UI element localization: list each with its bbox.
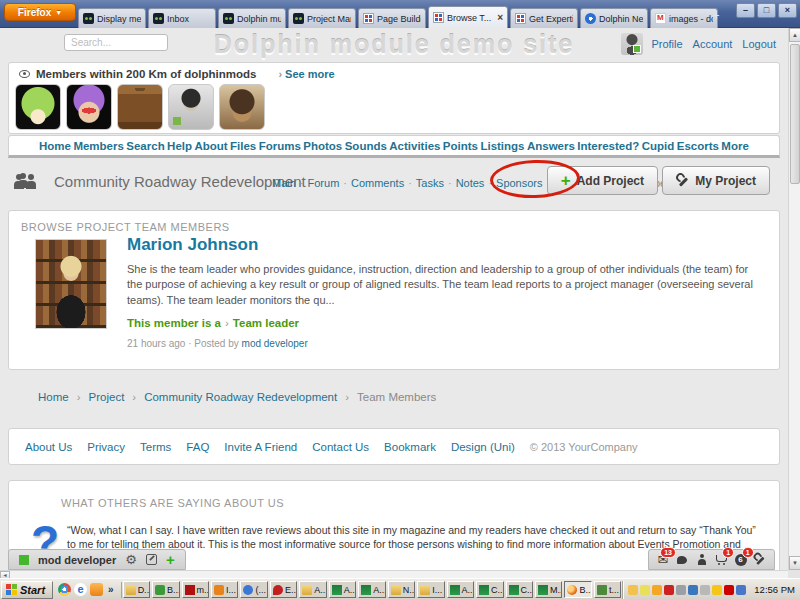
nav-link[interactable]: Home — [39, 140, 71, 152]
taskbar-window-button[interactable]: A... — [447, 581, 474, 598]
project-subnav-item[interactable]: · Notes — [444, 177, 484, 189]
start-button[interactable]: Start — [1, 581, 53, 599]
scroll-up-arrow[interactable]: ▲ — [789, 28, 800, 42]
tray-icon[interactable] — [640, 585, 650, 595]
role-link[interactable]: Team leader — [233, 317, 299, 329]
wrench-icon[interactable] — [753, 553, 767, 567]
new-tab-button[interactable]: + — [708, 8, 724, 24]
taskbar-window-button[interactable]: m... — [182, 581, 209, 598]
taskbar-window-button[interactable]: I... — [211, 581, 238, 598]
tray-icon[interactable] — [700, 585, 710, 595]
mail-icon[interactable]: ✉ 13 — [656, 553, 670, 567]
person-icon[interactable] — [695, 553, 709, 567]
project-subnav-item[interactable]: Main — [264, 177, 296, 189]
taskbar-window-button[interactable]: I... — [417, 581, 444, 598]
member-avatar[interactable] — [66, 84, 112, 130]
breadcrumb-item[interactable]: Home — [22, 391, 69, 403]
app-icon[interactable] — [90, 583, 103, 596]
nav-link[interactable]: More — [721, 140, 748, 152]
nav-link[interactable]: Listings — [480, 140, 524, 152]
tray-icon[interactable] — [712, 585, 722, 595]
see-more-link[interactable]: ›See more — [278, 68, 334, 80]
tray-icon[interactable] — [652, 585, 662, 595]
nav-link[interactable]: Sounds — [345, 140, 387, 152]
nav-link[interactable]: Photos — [303, 140, 342, 152]
nav-link[interactable]: Interested? — [577, 140, 639, 152]
breadcrumb-item[interactable]: › Team Members — [337, 391, 436, 403]
edit-icon[interactable] — [146, 554, 157, 565]
footer-link[interactable]: Bookmark — [384, 441, 436, 453]
browser-tab[interactable]: Display mem... — [78, 8, 146, 28]
footer-link[interactable]: Invite A Friend — [224, 441, 297, 453]
nav-link[interactable]: Forums — [259, 140, 301, 152]
browser-tab[interactable]: Inbox — [148, 8, 216, 28]
account-link[interactable]: Logout — [742, 38, 776, 50]
restore-button[interactable]: □ — [757, 3, 776, 18]
toolbar-username[interactable]: mod developer — [38, 554, 116, 566]
quick-launch-overflow[interactable]: » — [106, 584, 116, 595]
vertical-scrollbar[interactable]: ▲ ▼ — [788, 28, 800, 570]
nav-link[interactable]: Cupid — [642, 140, 675, 152]
tab-close-icon[interactable]: × — [497, 13, 503, 23]
footer-link[interactable]: Privacy — [87, 441, 125, 453]
nav-link[interactable]: Points — [443, 140, 478, 152]
my-project-button[interactable]: My Project — [662, 166, 770, 195]
taskbar-window-button[interactable]: N... — [388, 581, 415, 598]
browser-tab-strip[interactable]: Display mem... Inbox Dolphin must ... Pr… — [78, 6, 720, 28]
browser-tab[interactable]: Dolphin News... — [580, 8, 648, 28]
nav-link[interactable]: About — [194, 140, 227, 152]
close-button[interactable]: × — [778, 3, 797, 18]
user-avatar[interactable] — [621, 33, 643, 55]
tray-icon[interactable] — [628, 585, 638, 595]
nav-link[interactable]: Help — [167, 140, 192, 152]
breadcrumb-item[interactable]: › Project — [69, 391, 125, 403]
internet-explorer-icon[interactable]: e — [74, 583, 87, 596]
nav-link[interactable]: Search — [126, 140, 164, 152]
taskbar-window-button[interactable]: B... — [152, 581, 179, 598]
nav-link[interactable]: Answers — [527, 140, 575, 152]
vertical-scroll-thumb[interactable] — [790, 44, 800, 184]
taskbar-window-button[interactable]: A... — [358, 581, 385, 598]
tray-icon[interactable] — [724, 585, 734, 595]
footer-link[interactable]: Contact Us — [312, 441, 369, 453]
project-subnav-item[interactable]: · Tasks — [404, 177, 444, 189]
plus-icon[interactable]: + — [166, 552, 175, 567]
horizontal-scrollbar[interactable]: ◄ — [0, 570, 788, 578]
cart-icon[interactable]: 1 — [714, 553, 728, 567]
posted-by-link[interactable]: mod developer — [242, 338, 308, 349]
breadcrumb-item[interactable]: › Community Roadway Redevelopment — [124, 391, 337, 403]
nav-link[interactable]: Files — [230, 140, 256, 152]
member-avatar[interactable] — [117, 84, 163, 130]
nav-link[interactable]: Escorts — [677, 140, 719, 152]
project-subnav-item[interactable]: · Forum — [296, 177, 339, 189]
chrome-icon[interactable] — [58, 583, 71, 596]
taskbar-window-button[interactable]: M... — [535, 581, 562, 598]
nav-link[interactable]: Members — [73, 140, 124, 152]
member-name-link[interactable]: Marion Johnson — [127, 235, 763, 255]
account-link[interactable]: Profile — [651, 38, 682, 50]
footer-link[interactable]: FAQ — [186, 441, 209, 453]
member-avatar[interactable] — [15, 84, 61, 130]
footer-link[interactable]: Terms — [140, 441, 171, 453]
project-subnav-item[interactable]: · Comments — [339, 177, 404, 189]
taskbar-window-button[interactable]: C... — [476, 581, 503, 598]
tray-icon[interactable] — [736, 585, 746, 595]
firefox-menu-button[interactable]: Firefox ▼ — [4, 3, 76, 21]
taskbar-window-button[interactable]: A... — [299, 581, 326, 598]
tray-icon[interactable] — [676, 585, 686, 595]
gear-icon[interactable]: ⚙ — [125, 553, 137, 566]
taskbar-window-button[interactable]: B... — [564, 581, 591, 598]
browser-tab[interactable]: Page Builder — [358, 8, 426, 28]
tray-icon[interactable] — [688, 585, 698, 595]
taskbar-window-button[interactable]: (... — [240, 581, 267, 598]
tray-icon[interactable] — [664, 585, 674, 595]
nav-link[interactable]: Activities — [389, 140, 440, 152]
scroll-down-arrow[interactable]: ▼ — [789, 556, 800, 570]
browser-tab[interactable]: Get Expertis... — [510, 8, 578, 28]
footer-link[interactable]: About Us — [25, 441, 72, 453]
browser-tab[interactable]: Project Mana... — [288, 8, 356, 28]
member-photo[interactable] — [35, 239, 107, 329]
taskbar-window-button[interactable]: D... — [123, 581, 150, 598]
taskbar-window-button[interactable]: t... — [594, 581, 621, 598]
member-avatar[interactable] — [168, 84, 214, 130]
